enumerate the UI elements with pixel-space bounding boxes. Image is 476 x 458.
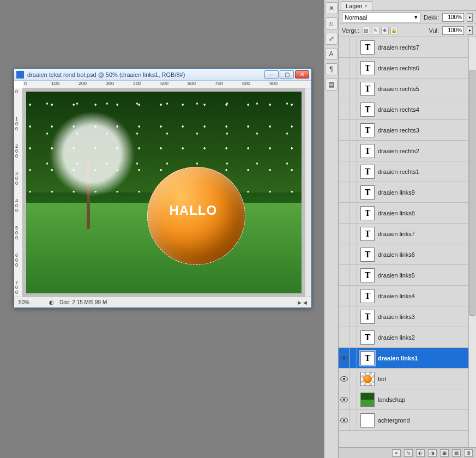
- layer-visibility-toggle[interactable]: [339, 369, 350, 389]
- statusbar-menu-icon[interactable]: ▶ ◀: [298, 300, 307, 305]
- layer-row[interactable]: achtergrond: [339, 410, 476, 431]
- layer-name[interactable]: draaien rechts7: [378, 44, 419, 51]
- layer-link-cell[interactable]: [350, 369, 357, 389]
- layer-thumbnail[interactable]: T: [360, 310, 375, 324]
- layer-visibility-toggle[interactable]: [339, 79, 350, 99]
- layer-link-cell[interactable]: [350, 224, 357, 244]
- layer-visibility-toggle[interactable]: [339, 37, 350, 57]
- lock-transparent-icon[interactable]: ▧: [363, 27, 370, 34]
- layer-row[interactable]: Tdraaien rechts1: [339, 161, 476, 182]
- layer-link-cell[interactable]: [350, 327, 357, 347]
- blend-mode-select[interactable]: Normaal ▾: [342, 13, 420, 22]
- layer-thumbnail[interactable]: T: [360, 268, 375, 282]
- layer-thumbnail[interactable]: T: [360, 330, 375, 345]
- layer-thumbnail[interactable]: T: [360, 61, 375, 75]
- layer-row[interactable]: Tdraaien links5: [339, 265, 476, 286]
- tab-close-icon[interactable]: ×: [365, 3, 367, 9]
- dock-button-1[interactable]: ⎌: [326, 17, 338, 29]
- layer-visibility-toggle[interactable]: [339, 182, 350, 202]
- layer-name[interactable]: draaien links9: [378, 189, 415, 196]
- close-button[interactable]: ✕: [295, 70, 309, 79]
- mask-icon[interactable]: ◐: [416, 449, 425, 457]
- layer-link-cell[interactable]: [350, 58, 357, 78]
- layer-name[interactable]: bol: [378, 376, 386, 382]
- layer-visibility-toggle[interactable]: [339, 286, 350, 306]
- canvas[interactable]: HALLO: [26, 92, 302, 293]
- layer-visibility-toggle[interactable]: [339, 306, 350, 327]
- layer-row[interactable]: Tdraaien links2: [339, 327, 476, 348]
- layer-visibility-toggle[interactable]: [339, 203, 350, 223]
- layer-row[interactable]: Tdraaien links3: [339, 306, 476, 327]
- layer-row[interactable]: Tdraaien links4: [339, 286, 476, 306]
- layer-visibility-toggle[interactable]: [339, 141, 350, 161]
- ball-layer[interactable]: HALLO: [147, 167, 245, 265]
- layer-row[interactable]: Tdraaien links7: [339, 224, 476, 244]
- layer-row[interactable]: Tdraaien links9: [339, 182, 476, 203]
- dock-button-3[interactable]: A: [326, 48, 338, 60]
- canvas-viewport[interactable]: HALLO: [23, 88, 305, 297]
- layer-name[interactable]: draaien rechts4: [378, 106, 419, 113]
- fill-field[interactable]: 100%: [442, 26, 464, 35]
- layer-thumbnail[interactable]: T: [360, 40, 375, 55]
- layer-link-cell[interactable]: [350, 203, 357, 223]
- layer-thumbnail[interactable]: T: [360, 185, 375, 200]
- layer-row[interactable]: Tdraaien links1: [339, 348, 476, 369]
- dock-button-0[interactable]: ✕: [326, 2, 338, 14]
- layer-row[interactable]: Tdraaien rechts4: [339, 99, 476, 120]
- layers-scrollbar[interactable]: [468, 37, 476, 447]
- layer-visibility-toggle[interactable]: [339, 265, 350, 285]
- document-titlebar[interactable]: draaien tekst rond bol.psd @ 50% (draaie…: [14, 69, 311, 81]
- canvas-scrollbar-vertical[interactable]: [305, 88, 311, 297]
- layer-thumbnail[interactable]: T: [360, 144, 375, 158]
- fill-stepper[interactable]: ▸: [467, 26, 473, 35]
- layer-visibility-toggle[interactable]: [339, 327, 350, 347]
- layer-name[interactable]: draaien links8: [378, 210, 415, 216]
- layer-visibility-toggle[interactable]: [339, 224, 350, 244]
- link-layers-icon[interactable]: ⚭: [392, 449, 401, 457]
- lock-paint-icon[interactable]: ✎: [372, 27, 379, 34]
- layer-thumbnail[interactable]: [360, 413, 375, 427]
- lock-all-icon[interactable]: 🔒: [390, 27, 398, 34]
- layer-row[interactable]: Tdraaien rechts2: [339, 141, 476, 161]
- dock-button-5[interactable]: ▤: [326, 79, 338, 91]
- layer-link-cell[interactable]: [350, 286, 357, 306]
- layer-link-cell[interactable]: [350, 265, 357, 285]
- layer-name[interactable]: draaien rechts6: [378, 65, 419, 71]
- layer-link-cell[interactable]: [350, 306, 357, 327]
- layer-thumbnail[interactable]: T: [360, 82, 375, 96]
- layer-thumbnail[interactable]: T: [360, 248, 375, 262]
- layers-scrollbar-thumb[interactable]: [469, 70, 475, 316]
- layer-row[interactable]: Tdraaien rechts7: [339, 37, 476, 58]
- minimize-button[interactable]: —: [264, 70, 279, 79]
- layer-row[interactable]: Tdraaien rechts5: [339, 79, 476, 99]
- layer-name[interactable]: draaien links4: [378, 293, 415, 299]
- layer-name[interactable]: draaien links3: [378, 314, 415, 320]
- layer-name[interactable]: draaien rechts2: [378, 148, 419, 154]
- layer-link-cell[interactable]: [350, 79, 357, 99]
- tab-layers[interactable]: Lagen ×: [341, 1, 372, 10]
- layer-row[interactable]: Tdraaien rechts3: [339, 120, 476, 141]
- layer-row[interactable]: Tdraaien rechts6: [339, 58, 476, 79]
- layer-name[interactable]: draaien links2: [378, 334, 415, 341]
- layer-visibility-toggle[interactable]: [339, 58, 350, 78]
- lock-position-icon[interactable]: ✥: [381, 27, 389, 34]
- layer-link-cell[interactable]: [350, 37, 357, 57]
- layer-link-cell[interactable]: [350, 182, 357, 202]
- layer-link-cell[interactable]: [350, 389, 357, 409]
- layer-row[interactable]: landschap: [339, 389, 476, 410]
- layer-link-cell[interactable]: [350, 244, 357, 264]
- layer-visibility-toggle[interactable]: [339, 120, 350, 140]
- ruler-horizontal[interactable]: 0100200300400500600700800900: [23, 81, 311, 88]
- layer-name[interactable]: achtergrond: [378, 417, 410, 424]
- layer-visibility-toggle[interactable]: [339, 99, 350, 119]
- dock-button-2[interactable]: ⤢: [326, 33, 338, 45]
- layer-name[interactable]: draaien rechts1: [378, 168, 419, 175]
- ruler-vertical[interactable]: 01 0 02 0 03 0 04 0 05 0 06 0 07 0 0: [14, 88, 23, 297]
- layer-name[interactable]: draaien links5: [378, 272, 415, 279]
- opacity-stepper[interactable]: ▸: [467, 13, 473, 22]
- layer-thumbnail[interactable]: [360, 393, 375, 407]
- layer-name[interactable]: draaien rechts3: [378, 127, 419, 134]
- maximize-button[interactable]: ▢: [280, 70, 294, 79]
- opacity-field[interactable]: 100%: [442, 13, 464, 22]
- delete-layer-icon[interactable]: 🗑: [464, 449, 473, 457]
